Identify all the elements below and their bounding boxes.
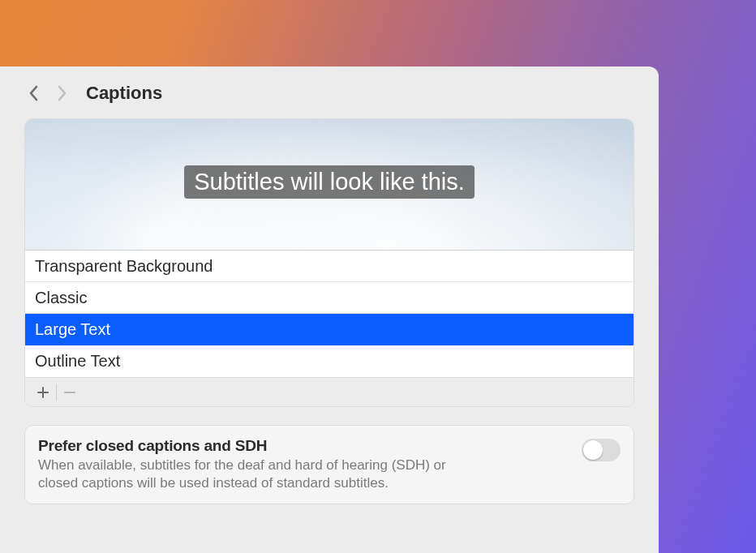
style-item-label: Large Text — [35, 320, 110, 339]
chevron-left-icon — [28, 85, 40, 101]
toggle-description: When available, subtitles for the deaf a… — [38, 457, 476, 492]
style-list: Transparent Background Classic Large Tex… — [25, 251, 634, 377]
remove-style-button[interactable] — [58, 381, 81, 404]
toggle-knob — [583, 440, 603, 460]
plus-icon — [37, 386, 49, 399]
subtitle-preview: Subtitles will look like this. — [25, 119, 634, 251]
prefer-sdh-toggle[interactable] — [582, 439, 621, 461]
title-row: Captions — [24, 83, 634, 104]
style-item-classic[interactable]: Classic — [25, 282, 634, 314]
captions-panel: Subtitles will look like this. Transpare… — [24, 118, 634, 407]
toggle-label: Prefer closed captions and SDH — [38, 437, 567, 455]
style-item-label: Outline Text — [35, 352, 120, 371]
forward-button[interactable] — [52, 84, 71, 103]
style-item-label: Classic — [35, 289, 87, 307]
list-footer — [25, 377, 634, 406]
settings-window: Captions Subtitles will look like this. … — [0, 66, 659, 553]
prefer-sdh-row: Prefer closed captions and SDH When avai… — [24, 425, 634, 504]
back-button[interactable] — [24, 84, 44, 103]
style-item-transparent-background[interactable]: Transparent Background — [25, 251, 634, 282]
style-item-large-text[interactable]: Large Text — [25, 314, 634, 345]
style-item-label: Transparent Background — [35, 257, 213, 276]
add-style-button[interactable] — [32, 381, 54, 404]
prefer-sdh-text: Prefer closed captions and SDH When avai… — [38, 437, 567, 492]
desktop-background: Captions Subtitles will look like this. … — [0, 0, 756, 553]
minus-icon — [63, 386, 76, 399]
chevron-right-icon — [56, 85, 67, 101]
style-item-outline-text[interactable]: Outline Text — [25, 345, 634, 377]
separator — [56, 384, 57, 401]
subtitle-sample-text: Subtitles will look like this. — [184, 165, 475, 199]
page-title: Captions — [86, 83, 162, 104]
